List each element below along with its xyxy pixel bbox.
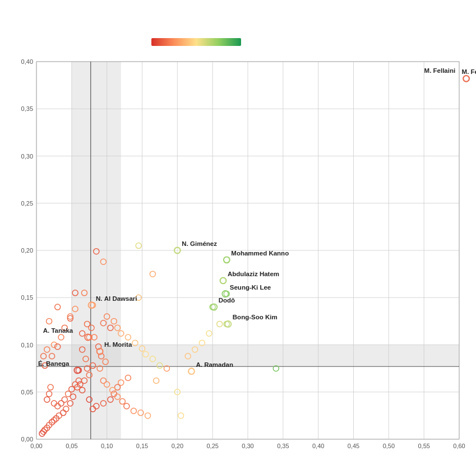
legend-gradient	[151, 38, 241, 46]
chart-container	[0, 0, 476, 470]
scatter-plot	[0, 0, 476, 470]
